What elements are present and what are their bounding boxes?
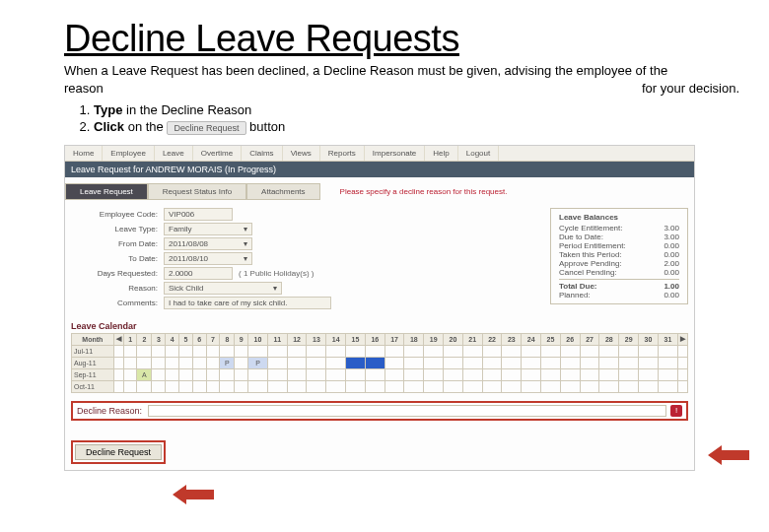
leave-balances-panel: Leave Balances Cycle Entitlement:3.00 Du… [550,208,688,304]
header-bar: Leave Request for ANDREW MORAIS (In Prog… [65,162,694,177]
comments-label: Comments: [71,299,158,307]
bal-k3: Taken this Period: [559,250,622,259]
bal-v3: 0.00 [664,250,679,259]
emp-code-label: Employee Code: [71,210,158,219]
leave-calendar-table: Month◀1234567891011121314151617181920212… [71,333,688,393]
bal-k5: Cancel Pending: [559,268,617,277]
from-date-input[interactable]: 2011/08/08▾ [164,237,252,250]
steps-list: Type in the Decline Reason Click on the … [94,102,739,135]
callout-arrow-icon [708,445,749,465]
chevron-down-icon: ▾ [244,254,247,263]
balances-title: Leave Balances [559,213,679,222]
menu-help[interactable]: Help [425,146,457,161]
reason-label: Reason: [71,284,158,293]
menu-claims[interactable]: Claims [242,146,282,161]
to-date-label: To Date: [71,254,158,263]
bal-v4: 2.00 [664,259,679,268]
leave-calendar-label: Leave Calendar [71,321,694,331]
from-date-label: From Date: [71,239,158,248]
decline-reason-row: Decline Reason: ! [71,401,688,421]
app-screenshot: Home Employee Leave Overtime Claims View… [64,145,695,471]
menu-overtime[interactable]: Overtime [193,146,242,161]
step1-bold: Type [94,102,122,117]
validation-message: Please specify a decline reason for this… [340,187,508,196]
tab-attachments[interactable]: Attachments [246,183,319,200]
step2-bold: Click [94,119,124,134]
reason-select[interactable]: Sick Child▾ [164,282,282,295]
menu-reports[interactable]: Reports [320,146,365,161]
bal-planned-k: Planned: [559,291,591,299]
intro-text: When a Leave Request has been declined, … [64,62,739,97]
menu-home[interactable]: Home [65,146,103,161]
menubar: Home Employee Leave Overtime Claims View… [65,146,694,162]
step2-text2: button [246,119,286,134]
step1-text: in the Decline Reason [122,102,251,117]
decline-request-button[interactable]: Decline Request [75,444,162,460]
bal-k0: Cycle Entitlement: [559,224,622,233]
decline-reason-label: Decline Reason: [77,406,142,416]
days-label: Days Requested: [71,269,158,278]
leave-type-label: Leave Type: [71,225,158,233]
error-icon: ! [670,405,682,417]
bal-v5: 0.00 [664,268,679,277]
intro-line2b: for your decision. [642,80,739,98]
svg-marker-1 [173,485,214,504]
intro-line1: When a Leave Request has been declined, … [64,62,739,80]
callout-arrow-icon [173,485,214,504]
tab-status-info[interactable]: Request Status Info [148,183,246,200]
menu-logout[interactable]: Logout [458,146,499,161]
bal-k4: Approve Pending: [559,259,622,268]
svg-marker-0 [708,445,749,465]
bal-total-v: 1.00 [664,282,679,291]
bal-total-k: Total Due: [559,282,597,291]
menu-impersonate[interactable]: Impersonate [365,146,425,161]
to-date-input[interactable]: 2011/08/10▾ [164,252,252,265]
intro-line2a: reason [64,80,104,98]
tab-leave-request[interactable]: Leave Request [65,183,148,200]
chevron-down-icon: ▾ [244,239,247,248]
menu-employee[interactable]: Employee [103,146,155,161]
bal-k2: Period Entitlement: [559,241,626,250]
chevron-down-icon: ▾ [244,225,247,233]
bal-planned-v: 0.00 [664,291,679,299]
bal-v2: 0.00 [664,241,679,250]
bal-v1: 3.00 [664,233,679,241]
days-note: ( 1 Public Holiday(s) ) [239,269,314,278]
emp-code-value: VIP006 [164,208,233,221]
step2-text: on the [124,119,167,134]
menu-leave[interactable]: Leave [155,146,193,161]
leave-type-select[interactable]: Family▾ [164,223,252,235]
menu-views[interactable]: Views [283,146,320,161]
inline-decline-button: Decline Request [167,121,245,135]
form-left: Employee Code:VIP006 Leave Type:Family▾ … [71,208,538,311]
bal-k1: Due to Date: [559,233,603,241]
decline-reason-input[interactable] [148,405,666,417]
comments-value[interactable]: I had to take care of my sick child. [164,297,331,309]
chevron-down-icon: ▾ [273,284,277,293]
bal-v0: 3.00 [664,224,679,233]
days-value: 2.0000 [164,267,233,280]
page-title: Decline Leave Requests [64,18,739,60]
